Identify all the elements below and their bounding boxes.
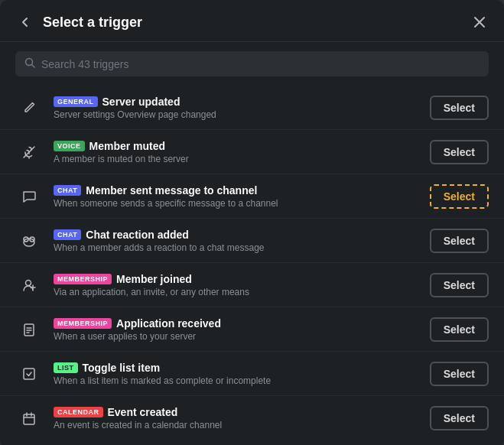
- trigger-item-application-received: MEMBERSHIP Application received When a u…: [0, 307, 504, 352]
- svg-point-6: [26, 280, 31, 285]
- back-icon: [18, 15, 32, 29]
- trigger-desc-server-updated: Server settings Overview page changed: [54, 109, 419, 120]
- trigger-icon-member-sent-message: [15, 183, 43, 210]
- select-button-member-sent-message[interactable]: Select: [430, 184, 489, 209]
- modal: Select a trigger GENERAL Server updated …: [0, 0, 504, 445]
- close-button[interactable]: [470, 15, 489, 30]
- trigger-name-member-muted: Member muted: [89, 140, 166, 152]
- trigger-info-server-updated: GENERAL Server updated Server settings O…: [54, 96, 419, 120]
- trigger-info-member-sent-message: CHAT Member sent message to channel When…: [54, 184, 419, 209]
- trigger-desc-member-muted: A member is muted on the server: [54, 154, 419, 164]
- search-icon: [24, 57, 35, 70]
- trigger-icon-toggle-list-item: [15, 360, 43, 388]
- search-bar: [15, 51, 489, 76]
- trigger-info-member-joined: MEMBERSHIP Member joined Via an applicat…: [54, 273, 419, 297]
- trigger-badge-member-joined: MEMBERSHIP: [54, 274, 112, 284]
- trigger-item-event-created: CALENDAR Event created An event is creat…: [0, 396, 504, 440]
- trigger-list: GENERAL Server updated Server settings O…: [0, 83, 504, 445]
- select-button-application-received[interactable]: Select: [430, 317, 489, 342]
- trigger-name-row-server-updated: GENERAL Server updated: [54, 96, 419, 108]
- svg-rect-12: [24, 414, 34, 424]
- select-button-toggle-list-item[interactable]: Select: [430, 362, 489, 386]
- trigger-name-row-application-received: MEMBERSHIP Application received: [54, 317, 419, 330]
- trigger-info-chat-reaction-added: CHAT Chat reaction added When a member a…: [54, 229, 419, 253]
- trigger-name-row-toggle-list-item: LIST Toggle list item: [54, 362, 419, 374]
- trigger-info-member-muted: VOICE Member muted A member is muted on …: [54, 140, 419, 164]
- svg-line-1: [32, 65, 35, 68]
- select-button-member-joined[interactable]: Select: [430, 273, 489, 297]
- trigger-item-toggle-list-item: LIST Toggle list item When a list item i…: [0, 352, 504, 396]
- trigger-icon-chat-reaction-added: [15, 227, 43, 255]
- trigger-badge-application-received: MEMBERSHIP: [54, 318, 112, 329]
- trigger-info-application-received: MEMBERSHIP Application received When a u…: [54, 317, 419, 342]
- trigger-name-member-joined: Member joined: [116, 273, 192, 285]
- trigger-name-row-member-sent-message: CHAT Member sent message to channel: [54, 184, 419, 197]
- svg-point-3: [24, 239, 34, 246]
- trigger-name-event-created: Event created: [108, 406, 178, 418]
- trigger-icon-member-joined: [15, 271, 43, 299]
- select-button-chat-reaction-added[interactable]: Select: [430, 229, 489, 253]
- select-button-member-muted[interactable]: Select: [430, 140, 489, 164]
- trigger-info-toggle-list-item: LIST Toggle list item When a list item i…: [54, 362, 419, 386]
- trigger-name-row-event-created: CALENDAR Event created: [54, 406, 419, 418]
- trigger-badge-member-muted: VOICE: [54, 141, 85, 151]
- trigger-item-server-updated: GENERAL Server updated Server settings O…: [0, 86, 504, 130]
- trigger-name-row-member-joined: MEMBERSHIP Member joined: [54, 273, 419, 285]
- trigger-item-chat-reaction-added: CHAT Chat reaction added When a member a…: [0, 219, 504, 263]
- modal-title: Select a trigger: [43, 15, 463, 31]
- trigger-desc-chat-reaction-added: When a member adds a reaction to a chat …: [54, 242, 419, 253]
- trigger-item-member-sent-message: CHAT Member sent message to channel When…: [0, 174, 504, 219]
- trigger-name-toggle-list-item: Toggle list item: [83, 362, 161, 374]
- trigger-desc-event-created: An event is created in a calendar channe…: [54, 420, 419, 430]
- trigger-item-member-muted: VOICE Member muted A member is muted on …: [0, 130, 504, 174]
- trigger-badge-toggle-list-item: LIST: [54, 362, 78, 373]
- trigger-badge-event-created: CALENDAR: [54, 407, 103, 417]
- back-button[interactable]: [15, 14, 35, 31]
- modal-header: Select a trigger: [0, 0, 504, 42]
- svg-rect-11: [24, 369, 34, 379]
- trigger-desc-application-received: When a user applies to your server: [54, 331, 419, 342]
- trigger-name-row-member-muted: VOICE Member muted: [54, 140, 419, 152]
- trigger-name-server-updated: Server updated: [102, 96, 180, 108]
- trigger-info-event-created: CALENDAR Event created An event is creat…: [54, 406, 419, 430]
- trigger-icon-application-received: [15, 316, 43, 343]
- trigger-name-application-received: Application received: [116, 317, 221, 330]
- trigger-item-member-joined: MEMBERSHIP Member joined Via an applicat…: [0, 263, 504, 307]
- close-icon: [473, 16, 486, 28]
- trigger-name-chat-reaction-added: Chat reaction added: [86, 229, 189, 241]
- trigger-desc-toggle-list-item: When a list item is marked as complete o…: [54, 375, 419, 386]
- trigger-name-member-sent-message: Member sent message to channel: [86, 184, 257, 197]
- trigger-badge-chat-reaction-added: CHAT: [54, 229, 81, 240]
- trigger-icon-member-muted: [15, 138, 43, 166]
- select-button-server-updated[interactable]: Select: [430, 96, 489, 120]
- select-button-event-created[interactable]: Select: [430, 406, 489, 430]
- trigger-badge-server-updated: GENERAL: [54, 96, 98, 107]
- trigger-badge-member-sent-message: CHAT: [54, 185, 81, 196]
- trigger-icon-event-created: [15, 404, 43, 432]
- trigger-name-row-chat-reaction-added: CHAT Chat reaction added: [54, 229, 419, 241]
- trigger-icon-server-updated: [15, 94, 43, 122]
- trigger-desc-member-joined: Via an application, an invite, or any ot…: [54, 287, 419, 297]
- search-input[interactable]: [41, 58, 480, 70]
- trigger-desc-member-sent-message: When someone sends a specific message to…: [54, 198, 419, 209]
